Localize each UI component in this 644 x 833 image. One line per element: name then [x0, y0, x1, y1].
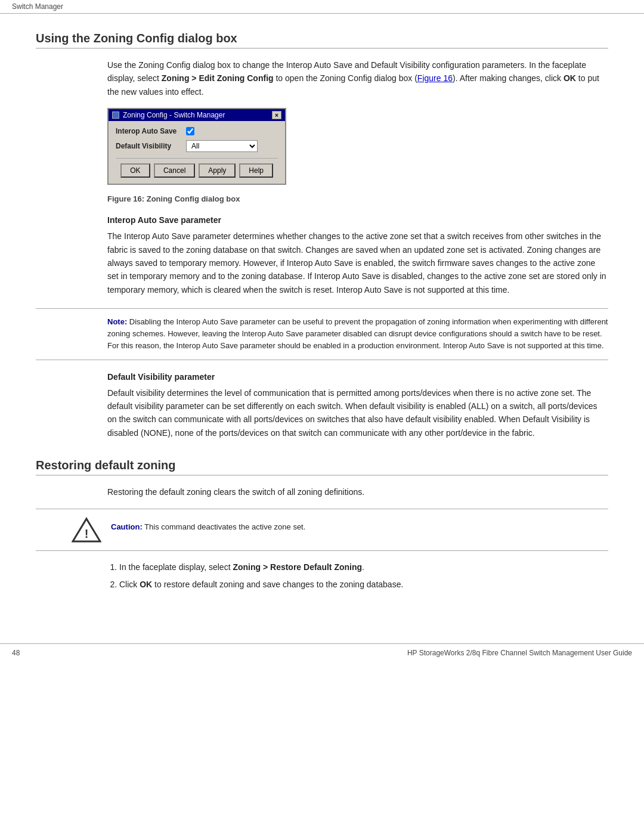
intro-bold1: Zoning > Edit Zoning Config — [162, 73, 274, 83]
section1-intro: Use the Zoning Config dialog box to chan… — [107, 58, 608, 98]
visibility-row: Default Visibility All None — [116, 140, 278, 152]
caution-box: ! Caution: This command deactivates the … — [36, 509, 608, 551]
caution-triangle-icon: ! — [72, 516, 101, 543]
caution-text: Caution: This command deactivates the ac… — [111, 516, 305, 533]
visibility-body-text: Default visibility determines the level … — [107, 386, 608, 440]
step-2: Click OK to restore default zoning and s… — [119, 578, 608, 592]
dialog-title: Zoning Config - Switch Manager — [123, 111, 225, 119]
dialog-buttons: OK Cancel Apply Help — [116, 158, 278, 178]
section2-intro: Restoring the default zoning clears the … — [107, 485, 608, 498]
caution-body: This command deactivates the active zone… — [143, 522, 306, 531]
top-bar: Switch Manager — [0, 0, 644, 14]
note-text: Disabling the Interop Auto Save paramete… — [107, 317, 608, 350]
step2-bold: OK — [140, 580, 152, 589]
svg-text:!: ! — [85, 527, 89, 540]
step1-suffix: . — [362, 562, 364, 572]
step1-bold: Zoning > Restore Default Zoning — [233, 562, 362, 572]
dialog-body: Interop Auto Save Default Visibility All… — [109, 121, 285, 184]
interop-body-text: The Interop Auto Save parameter determin… — [107, 230, 608, 296]
steps-list: In the faceplate display, select Zoning … — [119, 561, 608, 593]
footer: 48 HP StorageWorks 2/8q Fibre Channel Sw… — [0, 643, 644, 662]
step2-prefix: Click — [119, 580, 140, 589]
footer-title: HP StorageWorks 2/8q Fibre Channel Switc… — [407, 649, 632, 657]
note-box: Note: Disabling the Interop Auto Save pa… — [36, 308, 608, 360]
interop-row: Interop Auto Save — [116, 127, 278, 135]
visibility-select[interactable]: All None — [186, 140, 258, 152]
visibility-label: Default Visibility — [116, 142, 181, 150]
step1-prefix: In the faceplate display, select — [119, 562, 233, 572]
dialog-titlebar: Zoning Config - Switch Manager × — [109, 109, 285, 121]
subheading-interop: Interop Auto Save parameter — [107, 215, 608, 225]
figure-caption: Figure 16: Zoning Config dialog box — [107, 194, 608, 203]
dialog-app-icon — [112, 112, 119, 119]
intro-text2: to open the Zoning Config dialog box ( — [274, 73, 417, 83]
note-box-inner: Note: Disabling the Interop Auto Save pa… — [107, 316, 608, 352]
section2-title: Restoring default zoning — [36, 459, 608, 476]
subheading-visibility: Default Visibility parameter — [107, 372, 608, 382]
dialog-close-button[interactable]: × — [272, 111, 281, 119]
help-button[interactable]: Help — [239, 163, 273, 178]
top-bar-label: Switch Manager — [12, 2, 63, 11]
dialog-container: Zoning Config - Switch Manager × Interop… — [107, 108, 608, 185]
step-1: In the faceplate display, select Zoning … — [119, 561, 608, 575]
caution-label: Caution: — [111, 522, 143, 531]
interop-label: Interop Auto Save — [116, 127, 181, 135]
ok-button[interactable]: OK — [120, 163, 150, 178]
interop-checkbox[interactable] — [186, 127, 194, 135]
note-label: Note: — [107, 317, 127, 326]
intro-bold2: OK — [564, 73, 576, 83]
figure16-link[interactable]: Figure 16 — [417, 73, 453, 83]
dialog-titlebar-title: Zoning Config - Switch Manager — [112, 111, 225, 119]
main-content: Using the Zoning Config dialog box Use t… — [0, 14, 644, 620]
step2-suffix: to restore default zoning and save chang… — [152, 580, 403, 589]
intro-text3: ). After making changes, click — [453, 73, 564, 83]
figure-caption-text: Figure 16: Zoning Config dialog box — [107, 194, 240, 203]
cancel-button[interactable]: Cancel — [154, 163, 195, 178]
section1-title: Using the Zoning Config dialog box — [36, 32, 608, 49]
dialog-box: Zoning Config - Switch Manager × Interop… — [107, 108, 286, 185]
apply-button[interactable]: Apply — [199, 163, 236, 178]
footer-page-number: 48 — [12, 649, 20, 657]
